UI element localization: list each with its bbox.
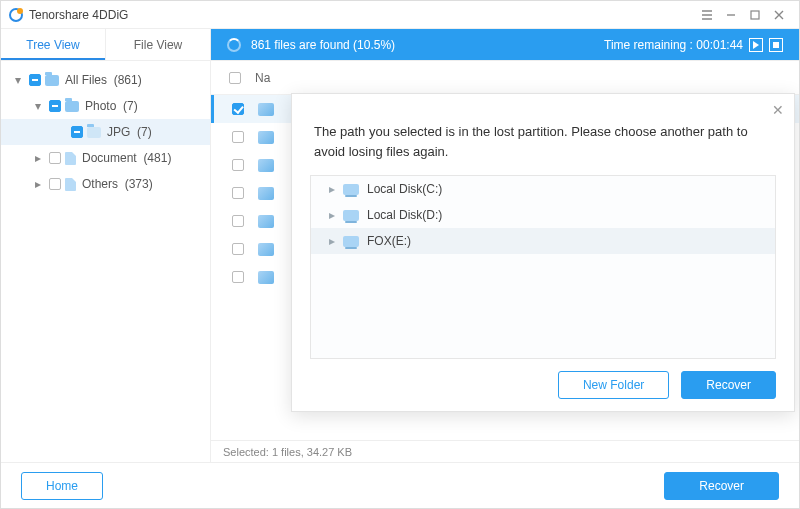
maximize-icon[interactable] <box>743 5 767 25</box>
tree-label: Document <box>82 151 137 165</box>
chevron-right-icon[interactable]: ▸ <box>325 234 339 248</box>
tab-tree-view[interactable]: Tree View <box>1 29 106 60</box>
image-thumbnail-icon <box>258 187 274 200</box>
checkbox-file[interactable] <box>232 159 244 171</box>
svg-rect-1 <box>773 42 779 48</box>
chevron-right-icon[interactable]: ▸ <box>31 177 45 191</box>
tree-label: Others <box>82 177 118 191</box>
image-thumbnail-icon <box>258 243 274 256</box>
svg-rect-0 <box>751 11 759 19</box>
titlebar: Tenorshare 4DDiG <box>1 1 799 29</box>
app-title: Tenorshare 4DDiG <box>29 8 128 22</box>
scan-pause-button[interactable] <box>749 38 763 52</box>
sidebar: ▾ All Files (861) ▾ Photo (7) JPG (7) <box>1 61 211 462</box>
path-warning-dialog: ✕ The path you selected is in the lost p… <box>291 93 795 412</box>
image-thumbnail-icon <box>258 215 274 228</box>
menu-icon[interactable] <box>695 5 719 25</box>
drive-label: Local Disk(C:) <box>367 182 442 196</box>
checkbox-jpg[interactable] <box>71 126 83 138</box>
file-icon <box>65 152 76 165</box>
scan-spinner-icon <box>227 38 241 52</box>
checkbox-file[interactable] <box>232 187 244 199</box>
scan-status-bar: 861 files are found (10.5%) Time remaini… <box>211 29 799 60</box>
tree-label: Photo <box>85 99 116 113</box>
app-logo-icon <box>9 8 23 22</box>
tree-label: JPG <box>107 125 130 139</box>
checkbox-file[interactable] <box>232 103 244 115</box>
checkbox-file[interactable] <box>232 271 244 283</box>
checkbox-file[interactable] <box>232 243 244 255</box>
folder-icon <box>45 75 59 86</box>
chevron-right-icon[interactable]: ▸ <box>325 208 339 222</box>
new-folder-button[interactable]: New Folder <box>558 371 669 399</box>
drive-row[interactable]: ▸Local Disk(D:) <box>311 202 775 228</box>
body: ▾ All Files (861) ▾ Photo (7) JPG (7) <box>1 61 799 462</box>
tree-label: All Files <box>65 73 107 87</box>
drive-selector: ▸Local Disk(C:)▸Local Disk(D:)▸FOX(E:) <box>310 175 776 359</box>
minimize-icon[interactable] <box>719 5 743 25</box>
selection-status: Selected: 1 files, 34.27 KB <box>211 440 799 462</box>
tab-file-view[interactable]: File View <box>106 29 211 60</box>
checkbox-select-all[interactable] <box>229 72 241 84</box>
footer: Home Recover <box>1 462 799 508</box>
tree-node-jpg[interactable]: JPG (7) <box>1 119 210 145</box>
scan-status-text: 861 files are found (10.5%) <box>251 38 395 52</box>
image-thumbnail-icon <box>258 159 274 172</box>
dialog-close-icon[interactable]: ✕ <box>772 102 784 118</box>
chevron-right-icon[interactable]: ▸ <box>325 182 339 196</box>
subheader: Tree View File View 861 files are found … <box>1 29 799 61</box>
tree-count: (373) <box>125 177 153 191</box>
view-tabs: Tree View File View <box>1 29 211 60</box>
checkbox-file[interactable] <box>232 131 244 143</box>
drive-row[interactable]: ▸Local Disk(C:) <box>311 176 775 202</box>
time-remaining-value: 00:01:44 <box>696 38 743 52</box>
column-name[interactable]: Na <box>255 71 270 85</box>
dialog-recover-button[interactable]: Recover <box>681 371 776 399</box>
tree-count: (7) <box>123 99 138 113</box>
checkbox-photo[interactable] <box>49 100 61 112</box>
tree-node-photo[interactable]: ▾ Photo (7) <box>1 93 210 119</box>
drive-icon <box>343 236 359 247</box>
recover-button[interactable]: Recover <box>664 472 779 500</box>
close-icon[interactable] <box>767 5 791 25</box>
dialog-message: The path you selected is in the lost par… <box>314 122 772 161</box>
dialog-actions: New Folder Recover <box>310 371 776 399</box>
home-button[interactable]: Home <box>21 472 103 500</box>
scan-stop-button[interactable] <box>769 38 783 52</box>
time-remaining-label: Time remaining : <box>604 38 693 52</box>
image-thumbnail-icon <box>258 271 274 284</box>
tree-count: (481) <box>143 151 171 165</box>
image-thumbnail-icon <box>258 103 274 116</box>
tree-count: (7) <box>137 125 152 139</box>
list-header: Na <box>211 61 799 95</box>
chevron-down-icon[interactable]: ▾ <box>31 99 45 113</box>
drive-icon <box>343 210 359 221</box>
tree-node-others[interactable]: ▸ Others (373) <box>1 171 210 197</box>
app-window: Tenorshare 4DDiG Tree View File View 861… <box>0 0 800 509</box>
file-icon <box>65 178 76 191</box>
checkbox-file[interactable] <box>232 215 244 227</box>
tree-node-document[interactable]: ▸ Document (481) <box>1 145 210 171</box>
folder-icon <box>65 101 79 112</box>
selection-status-text: Selected: 1 files, 34.27 KB <box>223 446 352 458</box>
tree-node-all-files[interactable]: ▾ All Files (861) <box>1 67 210 93</box>
folder-icon <box>87 127 101 138</box>
checkbox-all-files[interactable] <box>29 74 41 86</box>
drive-icon <box>343 184 359 195</box>
chevron-down-icon[interactable]: ▾ <box>11 73 25 87</box>
drive-label: Local Disk(D:) <box>367 208 442 222</box>
checkbox-document[interactable] <box>49 152 61 164</box>
checkbox-others[interactable] <box>49 178 61 190</box>
tree-count: (861) <box>114 73 142 87</box>
drive-row[interactable]: ▸FOX(E:) <box>311 228 775 254</box>
drive-label: FOX(E:) <box>367 234 411 248</box>
image-thumbnail-icon <box>258 131 274 144</box>
chevron-right-icon[interactable]: ▸ <box>31 151 45 165</box>
